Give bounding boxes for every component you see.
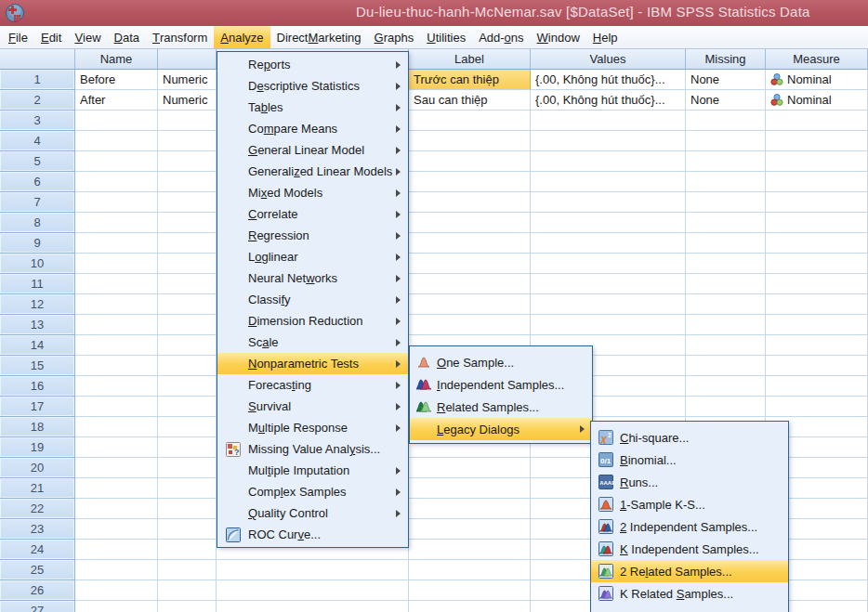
- cell-type-row17[interactable]: [158, 397, 217, 417]
- menu-item-k-independent-samples[interactable]: K Independent Samples...: [591, 538, 788, 560]
- menu-item-multiple-response[interactable]: Multiple Response: [217, 417, 408, 438]
- cell-label-row5[interactable]: [409, 151, 531, 172]
- menu-item-legacy-dialogs[interactable]: Legacy Dialogs: [410, 418, 592, 440]
- cell-missing-row16[interactable]: [686, 376, 766, 397]
- cell-measure-row1[interactable]: Nominal: [766, 70, 868, 90]
- cell-type-row11[interactable]: [158, 274, 217, 294]
- row-header-17[interactable]: 17: [0, 397, 75, 417]
- cell-measure-row10[interactable]: [766, 254, 868, 274]
- cell-values-row1[interactable]: {.00, Không hút thuốc}...: [531, 70, 686, 90]
- menu-analyze[interactable]: Analyze: [214, 26, 270, 48]
- row-header-6[interactable]: 6: [0, 172, 75, 192]
- menu-edit[interactable]: Edit: [34, 26, 68, 48]
- cell-measure-row9[interactable]: [766, 233, 868, 254]
- menu-item-multiple-imputation[interactable]: Multiple Imputation: [217, 460, 408, 481]
- menu-add-ons[interactable]: Add-ons: [472, 26, 530, 48]
- cell-measure-row13[interactable]: [766, 315, 868, 335]
- cell-name-row17[interactable]: [75, 397, 158, 417]
- cell-measure-row15[interactable]: [766, 356, 868, 376]
- menu-item-descriptive-statistics[interactable]: Descriptive Statistics: [217, 75, 408, 97]
- cell-type-row4[interactable]: [158, 131, 217, 151]
- menu-transform[interactable]: Transform: [146, 26, 214, 48]
- row-header-3[interactable]: 3: [0, 111, 75, 131]
- cell-name-row8[interactable]: [75, 213, 158, 233]
- cell-type-row27[interactable]: [158, 601, 217, 612]
- cell-values-row13[interactable]: [531, 315, 686, 335]
- cell-values-row7[interactable]: [531, 192, 686, 213]
- column-header-measure[interactable]: Measure: [766, 49, 868, 70]
- column-header-row[interactable]: [0, 49, 75, 70]
- menu-item-binomial[interactable]: 0/1Binomial...: [591, 449, 788, 471]
- cell-name-row19[interactable]: [75, 437, 158, 458]
- cell-name-row14[interactable]: [75, 335, 158, 356]
- cell-label-row7[interactable]: [409, 192, 531, 213]
- cell-measure-row6[interactable]: [766, 172, 868, 192]
- menu-item-compare-means[interactable]: Compare Means: [217, 118, 408, 139]
- cell-measure-row12[interactable]: [766, 294, 868, 315]
- menu-item-general-linear-model[interactable]: General Linear Model: [217, 139, 408, 161]
- row-header-21[interactable]: 21: [0, 478, 75, 499]
- menu-item-independent-samples[interactable]: Independent Samples...: [410, 373, 592, 396]
- cell-name-row13[interactable]: [75, 315, 158, 335]
- menu-file[interactable]: File: [2, 26, 34, 48]
- cell-label-row10[interactable]: [409, 254, 531, 274]
- cell-label-row11[interactable]: [409, 274, 531, 294]
- cell-label-row13[interactable]: [409, 315, 531, 335]
- cell-values-row4[interactable]: [531, 131, 686, 151]
- cell-type-row26[interactable]: [158, 580, 217, 601]
- cell-name-row1[interactable]: Before: [75, 70, 158, 90]
- menu-item-runs[interactable]: AAABRuns...: [591, 471, 788, 493]
- cell-name-row12[interactable]: [75, 294, 158, 315]
- cell-missing-row15[interactable]: [686, 356, 766, 376]
- cell-label-row2[interactable]: Sau can thiệp: [409, 90, 531, 111]
- cell-label-row12[interactable]: [409, 294, 531, 315]
- menu-item-k-related-samples[interactable]: K Related Samples...: [591, 582, 788, 605]
- cell-values-row3[interactable]: [531, 111, 686, 131]
- menu-item-chi-square[interactable]: χ2Chi-square...: [591, 426, 788, 449]
- cell-name-row2[interactable]: After: [75, 90, 158, 111]
- cell-measure-row8[interactable]: [766, 213, 868, 233]
- cell-type-row2[interactable]: Numeric: [158, 90, 217, 111]
- cell-missing-row3[interactable]: [686, 111, 766, 131]
- cell-type-row20[interactable]: [158, 458, 217, 478]
- cell-name-row3[interactable]: [75, 111, 158, 131]
- cell-name-row25[interactable]: [75, 560, 158, 580]
- cell-values-row8[interactable]: [531, 213, 686, 233]
- menu-item-mixed-models[interactable]: Mixed Models: [217, 182, 408, 203]
- row-header-12[interactable]: 12: [0, 294, 75, 315]
- cell-measure-row17[interactable]: [766, 397, 868, 417]
- cell-missing-row4[interactable]: [686, 131, 766, 151]
- row-header-20[interactable]: 20: [0, 458, 75, 478]
- row-header-9[interactable]: 9: [0, 233, 75, 254]
- cell-label-row4[interactable]: [409, 131, 531, 151]
- menu-item-correlate[interactable]: Correlate: [217, 203, 408, 225]
- menu-data[interactable]: Data: [108, 26, 146, 48]
- row-header-2[interactable]: 2: [0, 90, 75, 111]
- cell-label-row27[interactable]: [409, 601, 531, 612]
- row-header-27[interactable]: 27: [0, 601, 75, 612]
- row-header-11[interactable]: 11: [0, 274, 75, 294]
- cell-values-row12[interactable]: [531, 294, 686, 315]
- row-header-10[interactable]: 10: [0, 254, 75, 274]
- menu-item-2-related-samples[interactable]: 2 Related Samples...: [591, 560, 788, 582]
- cell-label-row21[interactable]: [409, 478, 531, 499]
- cell-filler-row26[interactable]: [217, 580, 409, 601]
- cell-filler-row27[interactable]: [217, 601, 409, 612]
- column-header-values[interactable]: Values: [531, 49, 686, 70]
- cell-type-row7[interactable]: [158, 192, 217, 213]
- cell-name-row21[interactable]: [75, 478, 158, 499]
- menu-view[interactable]: View: [68, 26, 107, 48]
- cell-missing-row17[interactable]: [686, 397, 766, 417]
- cell-measure-row7[interactable]: [766, 192, 868, 213]
- row-header-4[interactable]: 4: [0, 131, 75, 151]
- column-header-name[interactable]: Name: [75, 49, 158, 70]
- cell-type-row1[interactable]: Numeric: [158, 70, 217, 90]
- menu-item-1-sample-k-s[interactable]: 1-Sample K-S...: [591, 493, 788, 515]
- cell-type-row15[interactable]: [158, 356, 217, 376]
- cell-type-row18[interactable]: [158, 417, 217, 437]
- menu-item-one-sample[interactable]: One Sample...: [410, 351, 592, 373]
- row-header-14[interactable]: 14: [0, 335, 75, 356]
- cell-type-row8[interactable]: [158, 213, 217, 233]
- menu-item-loglinear[interactable]: Loglinear: [217, 246, 408, 267]
- cell-name-row7[interactable]: [75, 192, 158, 213]
